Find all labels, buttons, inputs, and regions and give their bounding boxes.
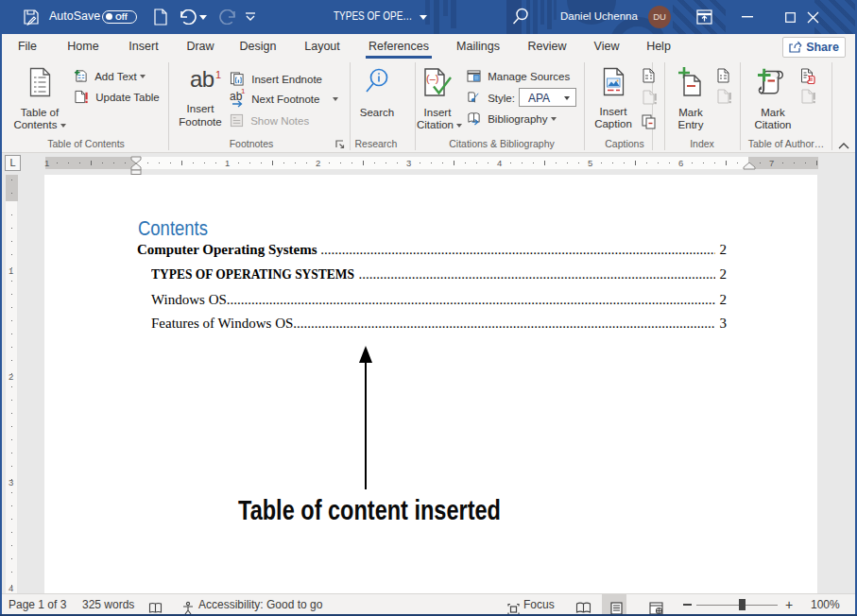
svg-text:(–): (–)	[426, 73, 438, 84]
